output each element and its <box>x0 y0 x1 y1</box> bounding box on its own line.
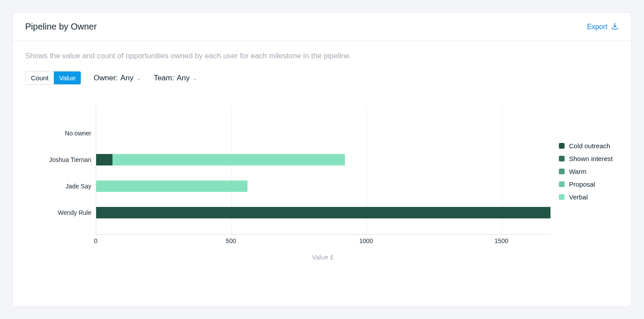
owner-filter[interactable]: Owner: Any <box>94 74 141 83</box>
card-header: Pipeline by Owner Export <box>13 13 631 41</box>
bar-segment <box>96 207 550 218</box>
legend-label: Cold outreach <box>569 142 610 150</box>
legend-label: Verbal <box>569 193 588 201</box>
legend-swatch <box>559 169 565 174</box>
bar-stack <box>96 154 345 165</box>
metric-toggle: Count Value <box>25 71 81 85</box>
legend-item: Verbal <box>559 193 613 201</box>
legend: Cold outreachShown interestWarmProposalV… <box>559 142 613 201</box>
legend-swatch <box>559 156 565 161</box>
plot-area <box>96 107 550 235</box>
bar-stack <box>96 180 247 192</box>
chart: No ownerJoshua TiernanJade SayWendy Rule… <box>47 107 550 261</box>
bar-row <box>96 146 550 173</box>
y-axis-tick-label: Wendy Rule <box>47 199 96 226</box>
y-axis-tick-label: Jade Say <box>47 173 96 199</box>
bar-stack <box>96 207 550 218</box>
legend-swatch <box>559 143 565 149</box>
x-axis-tick-label: 1000 <box>359 237 373 244</box>
bar-row <box>96 199 550 226</box>
x-axis-tick-label: 500 <box>226 237 236 244</box>
team-filter[interactable]: Team: Any <box>154 74 198 83</box>
team-filter-value: Any <box>177 74 190 83</box>
legend-item: Cold outreach <box>559 142 613 150</box>
owner-filter-label: Owner: <box>94 74 118 83</box>
x-axis-label: Value £ <box>96 253 550 261</box>
legend-label: Shown interest <box>569 155 613 162</box>
legend-item: Warm <box>559 168 613 175</box>
bar-row <box>96 120 550 146</box>
export-button[interactable]: Export <box>587 22 619 32</box>
x-axis-tick-label: 1500 <box>494 237 508 244</box>
chevron-down-icon <box>192 75 198 81</box>
legend-swatch <box>559 194 565 200</box>
page-title: Pipeline by Owner <box>25 22 97 32</box>
legend-item: Proposal <box>559 180 613 188</box>
bar-row <box>96 173 550 199</box>
report-card: Pipeline by Owner Export Shows the value… <box>12 12 632 307</box>
plot: 050010001500 Value £ <box>96 107 550 261</box>
legend-label: Warm <box>569 168 586 175</box>
export-label: Export <box>587 23 607 31</box>
download-icon <box>611 22 619 32</box>
bars-container <box>96 107 550 226</box>
card-body: Shows the value and count of opportuniti… <box>13 41 631 306</box>
legend-item: Shown interest <box>559 155 613 162</box>
x-axis-tick-label: 0 <box>94 237 97 244</box>
bar-segment <box>112 154 345 165</box>
owner-filter-value: Any <box>120 74 133 83</box>
bar-segment <box>96 154 112 165</box>
controls-row: Count Value Owner: Any Team: Any <box>25 71 619 85</box>
legend-swatch <box>559 181 565 187</box>
y-axis-labels: No ownerJoshua TiernanJade SayWendy Rule <box>47 107 96 261</box>
team-filter-label: Team: <box>154 74 174 83</box>
toggle-count[interactable]: Count <box>26 71 54 84</box>
toggle-value[interactable]: Value <box>54 71 81 84</box>
legend-label: Proposal <box>569 180 595 188</box>
bar-segment <box>96 180 247 192</box>
report-description: Shows the value and count of opportuniti… <box>25 52 619 60</box>
chart-wrap: No ownerJoshua TiernanJade SayWendy Rule… <box>25 107 619 261</box>
chevron-down-icon <box>136 75 141 81</box>
x-axis: 050010001500 <box>96 235 550 245</box>
y-axis-tick-label: No owner <box>47 120 96 146</box>
y-axis-tick-label: Joshua Tiernan <box>47 146 96 173</box>
